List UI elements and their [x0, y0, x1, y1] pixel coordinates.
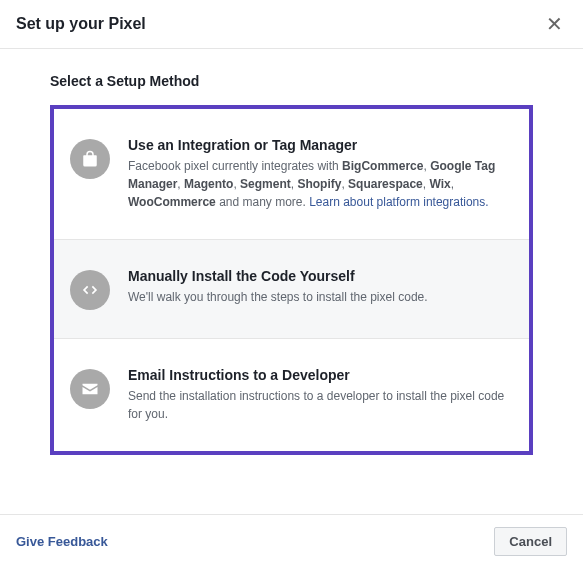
- option-title: Manually Install the Code Yourself: [128, 268, 513, 284]
- platform: Squarespace: [348, 177, 423, 191]
- section-title: Select a Setup Method: [50, 73, 533, 89]
- option-title: Email Instructions to a Developer: [128, 367, 513, 383]
- platform: WooCommerce: [128, 195, 216, 209]
- option-text: Manually Install the Code Yourself We'll…: [128, 268, 513, 306]
- option-title: Use an Integration or Tag Manager: [128, 137, 513, 153]
- option-desc: We'll walk you through the steps to inst…: [128, 288, 513, 306]
- code-icon: [70, 270, 110, 310]
- platform: Wix: [429, 177, 450, 191]
- platform: Segment: [240, 177, 291, 191]
- learn-more-link[interactable]: Learn about platform integrations.: [309, 195, 488, 209]
- setup-options: Use an Integration or Tag Manager Facebo…: [50, 105, 533, 455]
- mail-icon: [70, 369, 110, 409]
- dialog-header: Set up your Pixel ✕: [0, 0, 583, 49]
- dialog-title: Set up your Pixel: [16, 15, 146, 33]
- option-text: Email Instructions to a Developer Send t…: [128, 367, 513, 423]
- option-email[interactable]: Email Instructions to a Developer Send t…: [54, 339, 529, 451]
- feedback-link[interactable]: Give Feedback: [16, 534, 108, 549]
- cancel-button[interactable]: Cancel: [494, 527, 567, 556]
- option-text: Use an Integration or Tag Manager Facebo…: [128, 137, 513, 211]
- desc-prefix: Facebook pixel currently integrates with: [128, 159, 342, 173]
- option-desc: Send the installation instructions to a …: [128, 387, 513, 423]
- platform: Magento: [184, 177, 233, 191]
- bag-icon: [70, 139, 110, 179]
- option-desc: Facebook pixel currently integrates with…: [128, 157, 513, 211]
- close-icon[interactable]: ✕: [542, 12, 567, 36]
- platform: BigCommerce: [342, 159, 423, 173]
- dialog-footer: Give Feedback Cancel: [0, 514, 583, 568]
- dialog-content: Select a Setup Method Use an Integration…: [0, 49, 583, 475]
- platform: Shopify: [297, 177, 341, 191]
- desc-suffix: and many more.: [216, 195, 309, 209]
- option-manual[interactable]: Manually Install the Code Yourself We'll…: [54, 240, 529, 339]
- option-integration[interactable]: Use an Integration or Tag Manager Facebo…: [54, 109, 529, 240]
